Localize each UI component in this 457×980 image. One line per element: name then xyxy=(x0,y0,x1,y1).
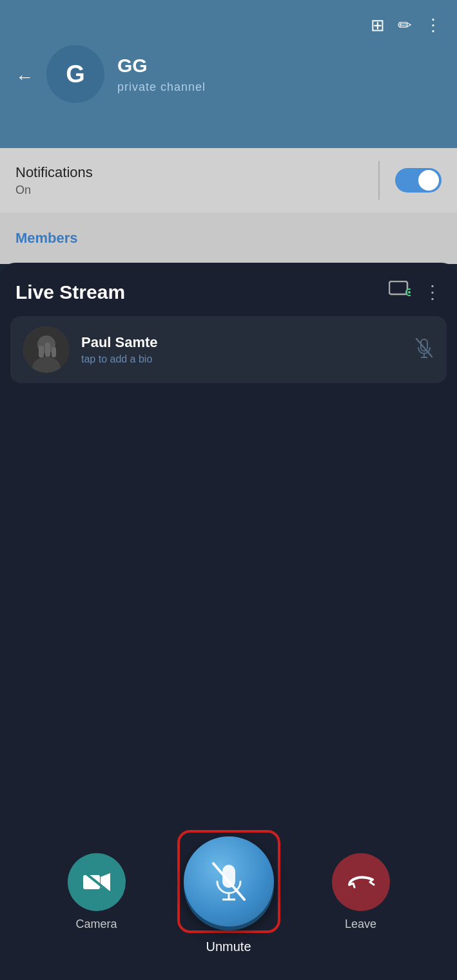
header-action-icons: ⊞ ✏ ⋮ xyxy=(371,15,442,35)
notifications-toggle[interactable] xyxy=(395,168,442,193)
user-info: Paul Samte tap to add a bio xyxy=(81,334,414,365)
controls-row: Camera Unmute xyxy=(0,830,457,954)
svg-rect-7 xyxy=(39,346,44,357)
back-button[interactable]: ← xyxy=(15,67,34,88)
notifications-text: Notifications On xyxy=(15,164,363,197)
channel-type: private channel xyxy=(117,80,442,94)
screen-share-icon[interactable] xyxy=(389,281,411,303)
channel-info: GG private channel xyxy=(117,55,442,94)
bottom-controls: Camera Unmute xyxy=(0,830,457,954)
leave-control: Leave xyxy=(332,853,390,931)
channel-name: GG xyxy=(117,55,442,77)
notifications-status: On xyxy=(15,184,363,197)
more-options-icon[interactable]: ⋮ xyxy=(425,15,442,35)
camera-control: Camera xyxy=(68,853,126,931)
livestream-panel: Live Stream ⋮ xyxy=(0,263,457,980)
leave-button[interactable] xyxy=(332,853,390,911)
user-bio: tap to add a bio xyxy=(81,353,414,365)
unmute-control: Unmute xyxy=(177,830,280,954)
user-avatar xyxy=(23,326,70,373)
edit-icon[interactable]: ✏ xyxy=(398,15,412,35)
poll-icon[interactable]: ⊞ xyxy=(371,15,385,35)
user-name: Paul Samte xyxy=(81,334,414,351)
members-label: Members xyxy=(15,230,78,247)
unmute-label: Unmute xyxy=(206,939,251,954)
user-mute-icon xyxy=(414,337,434,363)
livestream-header-icons: ⋮ xyxy=(389,281,442,303)
notifications-label: Notifications xyxy=(15,164,363,181)
more-options-livestream-icon[interactable]: ⋮ xyxy=(423,281,442,303)
livestream-title: Live Stream xyxy=(15,281,389,303)
channel-avatar: G xyxy=(46,45,104,103)
unmute-button-wrapper xyxy=(177,830,280,933)
members-section: Members xyxy=(0,212,457,264)
unmute-button[interactable] xyxy=(184,836,274,927)
svg-rect-8 xyxy=(45,343,50,357)
user-card[interactable]: Paul Samte tap to add a bio xyxy=(10,316,447,383)
camera-button[interactable] xyxy=(68,853,126,911)
livestream-header: Live Stream ⋮ xyxy=(0,263,457,316)
leave-label: Leave xyxy=(345,918,376,931)
notifications-divider xyxy=(378,161,380,200)
notifications-bar: Notifications On xyxy=(0,148,457,212)
channel-header: ← G GG private channel ⊞ ✏ ⋮ xyxy=(0,0,457,148)
svg-point-3 xyxy=(408,291,411,294)
svg-rect-0 xyxy=(389,281,407,294)
svg-rect-9 xyxy=(52,347,56,357)
camera-label: Camera xyxy=(75,918,117,931)
